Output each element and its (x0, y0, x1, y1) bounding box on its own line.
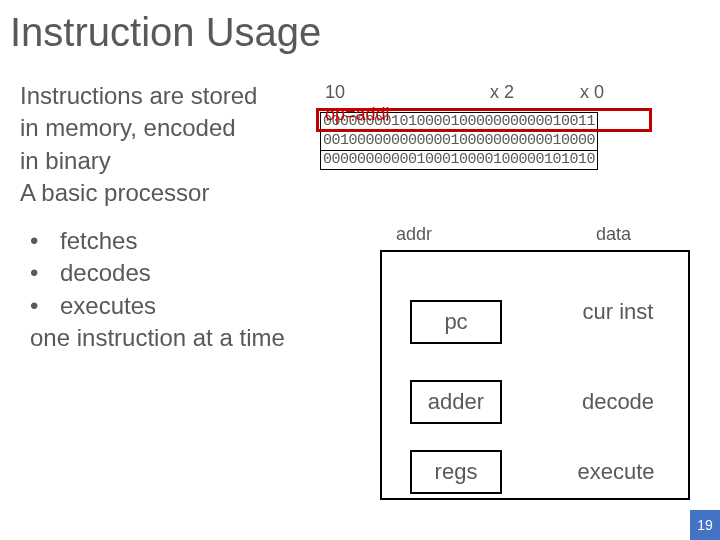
para-line-1: Instructions are stored (20, 80, 310, 112)
page-number-badge: 19 (690, 510, 720, 540)
bullet-item-executes: •executes (30, 290, 285, 322)
bullet-label: executes (60, 290, 156, 322)
para-line-4: A basic processor (20, 177, 310, 209)
bullet-list: •fetches •decodes •executes one instruct… (30, 225, 285, 355)
bullet-dot-icon: • (30, 257, 60, 289)
para-line-3: in binary (20, 145, 310, 177)
memory-row-2: 00000000000100010000100000101010 (321, 151, 598, 170)
field-label-x0: x 0 (580, 82, 604, 103)
pc-box: pc (410, 300, 502, 344)
cur-inst-label: cur inst (560, 290, 676, 334)
field-label-x2: x 2 (490, 82, 514, 103)
body-paragraph: Instructions are stored in memory, encod… (20, 80, 310, 210)
bullet-dot-icon: • (30, 225, 60, 257)
regs-box: regs (410, 450, 502, 494)
data-label: data (596, 224, 631, 245)
decode-label: decode (560, 380, 676, 424)
addr-label: addr (396, 224, 432, 245)
field-label-immediate: 10 (325, 82, 345, 103)
adder-box: adder (410, 380, 502, 424)
bullet-dot-icon: • (30, 290, 60, 322)
bullet-item-decodes: •decodes (30, 257, 285, 289)
bullet-label: fetches (60, 225, 137, 257)
bullet-final-line: one instruction at a time (30, 322, 285, 354)
opcode-annotation: op=addi (325, 104, 390, 125)
bullet-item-fetches: •fetches (30, 225, 285, 257)
para-line-2: in memory, encoded (20, 112, 310, 144)
memory-row-1: 00100000000000010000000000010000 (321, 132, 598, 151)
bullet-label: decodes (60, 257, 151, 289)
slide-title: Instruction Usage (10, 10, 321, 55)
execute-label: execute (558, 450, 674, 494)
